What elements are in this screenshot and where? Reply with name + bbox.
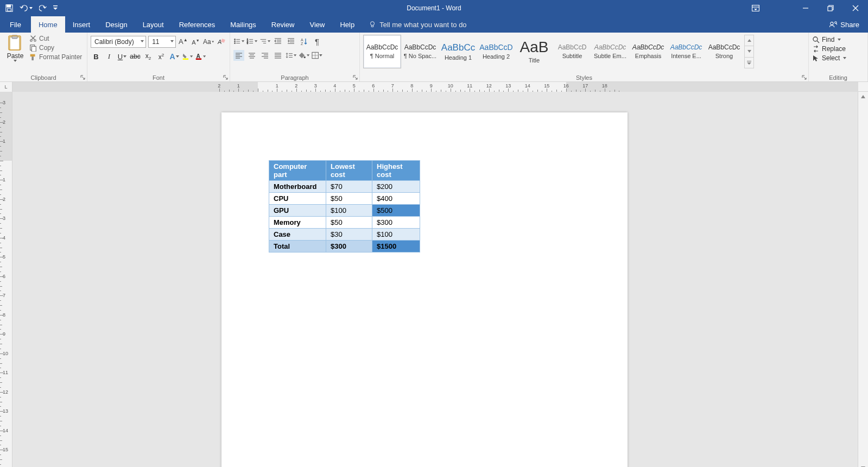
tab-help[interactable]: Help (332, 16, 362, 33)
vertical-scrollbar[interactable] (858, 92, 868, 467)
style-heading-2[interactable]: AaBbCcDHeading 2 (477, 35, 515, 68)
tab-view[interactable]: View (302, 16, 332, 33)
line-spacing-button[interactable] (286, 50, 296, 61)
text-effects-button[interactable]: A (169, 51, 180, 62)
table-row[interactable]: Motherboard$70$200 (269, 181, 420, 193)
style--normal[interactable]: AaBbCcDc¶ Normal (363, 35, 401, 68)
align-right-button[interactable] (259, 50, 270, 61)
redo-button[interactable] (39, 4, 47, 12)
strikethrough-button[interactable]: abc (130, 51, 141, 62)
ribbon-display-options-button[interactable] (743, 0, 768, 16)
table-header[interactable]: Highest cost (372, 161, 420, 181)
subscript-button[interactable]: x2 (143, 51, 154, 62)
font-name-combo[interactable]: Calibri (Body) (91, 36, 146, 48)
table-cell[interactable]: $500 (372, 205, 420, 217)
table-cell[interactable]: Motherboard (269, 181, 326, 193)
tell-me-search[interactable]: Tell me what you want to do (369, 16, 466, 33)
tab-review[interactable]: Review (264, 16, 302, 33)
table-cell[interactable]: $30 (326, 229, 372, 241)
style-strong[interactable]: AaBbCcDcStrong (705, 35, 743, 68)
table-cell[interactable]: Memory (269, 217, 326, 229)
tab-mailings[interactable]: Mailings (223, 16, 264, 33)
table-row[interactable]: GPU$100$500 (269, 205, 420, 217)
paragraph-launcher[interactable] (352, 74, 358, 80)
scroll-down-button[interactable] (858, 463, 868, 467)
select-button[interactable]: Select (812, 54, 864, 62)
style-subtle-em-[interactable]: AaBbCcDcSubtle Em... (591, 35, 629, 68)
tab-layout[interactable]: Layout (135, 16, 172, 33)
highlight-button[interactable] (182, 51, 193, 62)
share-button[interactable]: Share (821, 16, 868, 33)
save-button[interactable] (5, 4, 13, 12)
copy-button[interactable]: Copy (29, 44, 84, 52)
style--no-spac-[interactable]: AaBbCcDc¶ No Spac... (401, 35, 439, 68)
shrink-font-button[interactable]: A▼ (191, 36, 201, 47)
close-button[interactable] (843, 0, 868, 16)
table-cell[interactable]: $50 (326, 193, 372, 205)
format-painter-button[interactable]: Format Painter (29, 53, 84, 61)
maximize-button[interactable] (818, 0, 843, 16)
font-launcher[interactable] (222, 74, 229, 80)
tab-references[interactable]: References (172, 16, 223, 33)
bullets-button[interactable] (233, 36, 244, 47)
multilevel-list-button[interactable] (259, 36, 270, 47)
scroll-up-button[interactable] (858, 92, 868, 102)
table-row-total[interactable]: Total$300$1500 (269, 241, 420, 253)
horizontal-ruler[interactable]: 21123456789101112131415161718 (12, 82, 858, 92)
clear-formatting-button[interactable]: A (216, 36, 226, 47)
numbering-button[interactable]: 123 (246, 36, 257, 47)
table-cell[interactable]: $300 (372, 217, 420, 229)
table-cell[interactable]: $1500 (372, 241, 420, 253)
table-cell[interactable]: $100 (326, 205, 372, 217)
find-button[interactable]: Find (812, 36, 864, 43)
minimize-button[interactable] (793, 0, 818, 16)
table-row[interactable]: Memory$50$300 (269, 217, 420, 229)
styles-launcher[interactable] (801, 74, 807, 80)
table-row[interactable]: Case$30$100 (269, 229, 420, 241)
tab-selector[interactable]: L (0, 82, 12, 92)
document-canvas[interactable]: Computer partLowest costHighest costMoth… (12, 92, 858, 467)
align-left-button[interactable] (233, 50, 244, 61)
italic-button[interactable]: I (104, 51, 115, 62)
vertical-ruler[interactable]: 32112345678910111213141516 (0, 92, 12, 467)
show-hide-marks-button[interactable]: ¶ (312, 36, 322, 47)
shading-button[interactable] (299, 50, 309, 61)
table-cell[interactable]: $400 (372, 193, 420, 205)
style-intense-e-[interactable]: AaBbCcDcIntense E... (667, 35, 705, 68)
table-cell[interactable]: $100 (372, 229, 420, 241)
styles-scroll-down[interactable] (745, 46, 753, 57)
table-cell[interactable]: Total (269, 241, 326, 253)
decrease-indent-button[interactable] (273, 36, 283, 47)
font-size-combo[interactable]: 11 (148, 36, 176, 48)
table-header[interactable]: Computer part (269, 161, 326, 181)
page[interactable]: Computer partLowest costHighest costMoth… (221, 112, 628, 467)
table-cell[interactable]: $300 (326, 241, 372, 253)
font-color-button[interactable]: A (195, 51, 206, 62)
clipboard-launcher[interactable] (79, 74, 86, 80)
increase-indent-button[interactable] (286, 36, 296, 47)
tab-home[interactable]: Home (31, 16, 65, 33)
styles-scroll-expand[interactable] (745, 58, 753, 68)
paste-button[interactable]: Paste (3, 35, 27, 68)
table-cell[interactable]: $200 (372, 181, 420, 193)
tab-design[interactable]: Design (98, 16, 135, 33)
tab-insert[interactable]: Insert (65, 16, 98, 33)
borders-button[interactable] (312, 50, 322, 61)
superscript-button[interactable]: x2 (156, 51, 167, 62)
justify-button[interactable] (273, 50, 283, 61)
table-cell[interactable]: $50 (326, 217, 372, 229)
customize-qat-button[interactable] (53, 5, 58, 11)
style-title[interactable]: AaBTitle (515, 35, 553, 68)
change-case-button[interactable]: Aa (203, 36, 214, 47)
tab-file[interactable]: File (0, 16, 31, 33)
grow-font-button[interactable]: A▲ (178, 36, 188, 47)
table-header[interactable]: Lowest cost (326, 161, 372, 181)
styles-scroll-up[interactable] (745, 35, 753, 46)
underline-button[interactable]: U (117, 51, 128, 62)
table-cell[interactable]: Case (269, 229, 326, 241)
table-cell[interactable]: CPU (269, 193, 326, 205)
table-cell[interactable]: $70 (326, 181, 372, 193)
cut-button[interactable]: Cut (29, 35, 84, 42)
align-center-button[interactable] (246, 50, 257, 61)
style-emphasis[interactable]: AaBbCcDcEmphasis (629, 35, 667, 68)
